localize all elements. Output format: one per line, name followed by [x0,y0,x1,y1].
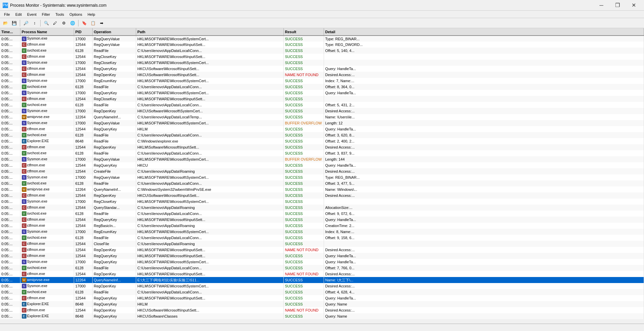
menu-options[interactable]: Options [67,12,85,17]
restore-button[interactable]: ❐ [610,0,625,11]
table-row[interactable]: 0:05:... Cctfmon.exe 12544 RegCloseKey H… [0,54,644,60]
table-row[interactable]: 0:05:... Vsvchost.exe 6128 ReadFile C:\U… [0,180,644,186]
table-row[interactable]: 0:05:... SSysmon.exe 17000 RegQueryValue… [0,36,644,42]
bookmark-button[interactable]: 📋 [89,19,97,27]
table-row[interactable]: 0:05:... Cctfmon.exe 12544 RegQueryKey H… [0,217,644,223]
table-row[interactable]: 0:05:... Cctfmon.exe 12544 RegCloseKey H… [0,96,644,102]
table-row[interactable]: 0:05:... Wwmiprvse.exe 12264 QueryNameIn… [0,277,644,283]
minimize-button[interactable]: ─ [594,0,609,11]
table-row[interactable]: 0:05:... SSysmon.exe 17000 RegQueryValue… [0,120,644,126]
cell-path: C:\Users\lenovo\AppData\Local\Conn... [136,132,283,138]
cell-process: Vsvchost.exe [20,180,74,186]
table-row[interactable]: 0:05:... Cctfmon.exe 12544 RegQueryKey H… [0,162,644,168]
table-row[interactable]: 0:05:... Cctfmon.exe 12544 RegOpenKey HK… [0,271,644,277]
table-row[interactable]: 0:05:... Cctfmon.exe 12544 CreateFile C:… [0,168,644,174]
cell-time: 0:05:... [0,168,20,174]
table-row[interactable]: 0:05:... SSysmon.exe 17000 RegOpenKey HK… [0,283,644,289]
col-header-path[interactable]: Path [136,28,283,36]
table-row[interactable]: 0:05:... EExplorer.EXE 8648 RegQueryKey … [0,313,644,319]
cell-result: NAME NOT FOUND [283,72,324,78]
table-row[interactable]: 0:05:... SSysmon.exe 17000 RegOpenKey HK… [0,108,644,114]
col-header-pid[interactable]: PID [74,28,92,36]
table-row[interactable]: 0:05:... EExplorer.EXE 8648 RegQueryKey … [0,301,644,307]
table-row[interactable]: 0:05:... SSysmon.exe 17000 RegQueryKey H… [0,90,644,96]
table-row[interactable]: 0:05:... Vsvchost.exe 6128 ReadFile C:\U… [0,84,644,90]
cell-process: Cctfmon.exe [20,66,74,72]
cell-detail: CreationTime: 2... [324,223,644,229]
table-row[interactable]: 0:05:... Vsvchost.exe 6128 ReadFile C:\U… [0,289,644,295]
filter-button[interactable]: 🔍 [42,19,50,27]
table-body: 0:05:... SSysmon.exe 17000 RegQueryValue… [0,36,644,319]
col-header-time[interactable]: Time... [0,28,20,36]
table-row[interactable]: 0:05:... Vsvchost.exe 6128 ReadFile C:\U… [0,102,644,108]
table-row[interactable]: 0:05:... Wwmiprvse.exe 12264 QueryNameIn… [0,114,644,120]
menu-edit[interactable]: Edit [13,12,24,17]
table-row[interactable]: 0:05:... Cctfmon.exe 12544 RegQueryKey H… [0,66,644,72]
col-header-detail[interactable]: Detail [324,28,644,36]
col-header-result[interactable]: Result [283,28,324,36]
menu-event[interactable]: Event [24,12,39,17]
table-row[interactable]: 0:05:... SSysmon.exe 17000 RegQueryValue… [0,174,644,180]
cell-result: SUCCESS [283,229,324,235]
table-row[interactable]: 0:05:... Wwmiprvse.exe 12264 QueryNameIn… [0,186,644,192]
cell-time: 0:05:... [0,162,20,168]
cell-pid: 12544 [74,162,92,168]
cell-detail: Desired Access:... [324,144,644,150]
autoscroll-button[interactable]: ↕ [31,19,39,27]
table-row[interactable]: 0:05:... SSysmon.exe 17000 RegQueryValue… [0,156,644,162]
table-row[interactable]: 0:05:... Vsvchost.exe 6128 ReadFile C:\U… [0,265,644,271]
cell-path: C:\Users\lenovo\AppData\Local\Conn... [136,235,283,241]
cell-process: Cctfmon.exe [20,241,74,247]
table-row[interactable]: 0:05:... Vsvchost.exe 6128 ReadFile C:\U… [0,235,644,241]
cell-result: SUCCESS [283,211,324,217]
highlight-button[interactable]: 🖊 [51,19,59,27]
table-row[interactable]: 0:05:... Cctfmon.exe 12544 RegQueryKey H… [0,295,644,301]
menu-help[interactable]: Help [85,12,98,17]
cell-pid: 17000 [74,229,92,235]
cell-result: SUCCESS [283,96,324,102]
cell-time: 0:05:... [0,66,20,72]
close-button[interactable]: ✕ [626,0,641,11]
col-header-process[interactable]: Process Name [20,28,74,36]
table-row[interactable]: 0:05:... Cctfmon.exe 12544 RegQueryValue… [0,42,644,48]
table-row[interactable]: 0:05:... Cctfmon.exe 12544 QueryStandar.… [0,205,644,211]
table-row[interactable]: 0:05:... Vsvchost.exe 6128 ReadFile C:\U… [0,150,644,156]
table-row[interactable]: 0:05:... Cctfmon.exe 12544 RegOpenKey HK… [0,72,644,78]
cell-detail: Type: REG_BINAR... [324,174,644,180]
cell-process: Cctfmon.exe [20,307,74,313]
find-button[interactable]: 🔖 [80,19,88,27]
table-row[interactable]: 0:05:... Vsvchost.exe 6128 ReadFile C:\U… [0,48,644,54]
cell-detail: Query: HandleTa... [324,259,644,265]
table-row[interactable]: 0:05:... Cctfmon.exe 12544 RegOpenKey HK… [0,247,644,253]
menu-tools[interactable]: Tools [53,12,67,17]
table-row[interactable]: 0:05:... Vsvchost.exe 6128 ReadFile C:\U… [0,211,644,217]
col-header-operation[interactable]: Operation [92,28,136,36]
table-row[interactable]: 0:05:... Cctfmon.exe 12544 RegOpenKey HK… [0,144,644,150]
table-row[interactable]: 0:05:... Cctfmon.exe 12544 RegQueryKey H… [0,126,644,132]
table-row[interactable]: 0:05:... SSysmon.exe 17000 RegEnumKey HK… [0,78,644,84]
table-row[interactable]: 0:05:... Cctfmon.exe 12544 CloseFile C:\… [0,241,644,247]
jump-button[interactable]: ➡ [98,19,106,27]
settings-button[interactable]: ⚙ [60,19,68,27]
table-row[interactable]: 0:05:... Cctfmon.exe 12544 RegOpenKey HK… [0,192,644,199]
capture-button[interactable]: 🔎 [22,19,30,27]
network-button[interactable]: 🌐 [68,19,76,27]
process-icon: E [22,302,26,307]
table-row[interactable]: 0:05:... SSysmon.exe 17000 RegQueryKey H… [0,259,644,265]
save-button[interactable]: 💾 [10,19,18,27]
events-table-container[interactable]: Time... Process Name PID Operation Path … [0,28,644,324]
cell-result: NAME NOT FOUND [283,307,324,313]
cell-detail: Desired Access:... [324,72,644,78]
table-row[interactable]: 0:05:... SSysmon.exe 17000 RegCloseKey H… [0,60,644,66]
menu-filter[interactable]: Filter [39,12,53,17]
table-row[interactable]: 0:05:... SSysmon.exe 17000 RegEnumKey HK… [0,229,644,235]
open-button[interactable]: 📂 [1,19,9,27]
table-row[interactable]: 0:05:... Vsvchost.exe 6128 ReadFile C:\U… [0,132,644,138]
table-row[interactable]: 0:05:... SSysmon.exe 17000 RegCloseKey H… [0,199,644,205]
table-row[interactable]: 0:05:... Cctfmon.exe 12544 RegOpenKey HK… [0,307,644,313]
table-row[interactable]: 0:05:... EExplorer.EXE 8648 ReadFile C:\… [0,138,644,144]
cell-time: 0:05:... [0,132,20,138]
menu-file[interactable]: File [1,12,13,17]
table-row[interactable]: 0:05:... Cctfmon.exe 12544 RegQueryKey H… [0,253,644,259]
table-row[interactable]: 0:05:... Cctfmon.exe 12544 RegBasicIn...… [0,223,644,229]
